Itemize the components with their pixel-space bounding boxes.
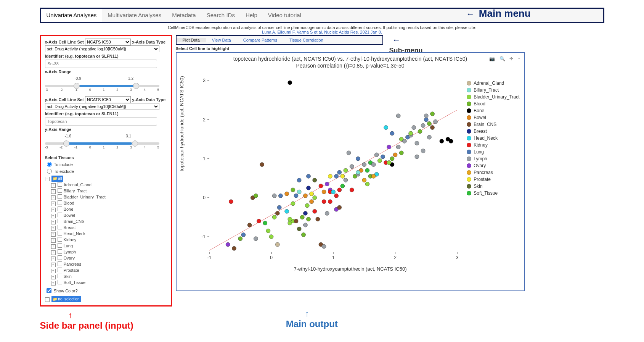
- tissue-tree-item[interactable]: + Kidney: [51, 237, 167, 243]
- sub-menu-tab[interactable]: View Data: [206, 38, 237, 42]
- scatter-plot[interactable]: -10123-10123: [194, 69, 461, 268]
- expand-icon[interactable]: +: [51, 220, 56, 224]
- expand-icon[interactable]: +: [51, 238, 56, 243]
- tissue-tree-item[interactable]: + Head_Neck: [51, 231, 167, 237]
- x-identifier-input[interactable]: [45, 60, 157, 68]
- tissue-tree-item[interactable]: + Adrenal_Gland: [51, 182, 167, 188]
- camera-icon[interactable]: 📷: [489, 56, 495, 61]
- main-menu-tab[interactable]: Search IDs: [201, 9, 240, 22]
- tree-root-all[interactable]: 📁 all: [51, 176, 63, 182]
- main-menu-tab[interactable]: Video tutorial: [263, 9, 307, 22]
- legend-item[interactable]: Blood: [467, 100, 519, 107]
- tissue-tree-item[interactable]: + Prostate: [51, 267, 167, 273]
- expand-icon[interactable]: +: [45, 297, 50, 302]
- legend-item[interactable]: Soft_Tissue: [467, 190, 519, 197]
- svg-point-75: [337, 205, 341, 210]
- expand-icon[interactable]: +: [51, 189, 56, 194]
- tissue-tree-item[interactable]: + Bone: [51, 206, 167, 212]
- x-range-slider[interactable]: -0.9 3.2 -3-2-1012345: [45, 76, 159, 92]
- tissue-tree-item[interactable]: + Ovary: [51, 255, 167, 261]
- svg-point-90: [350, 165, 354, 169]
- legend: Adrenal_GlandBiliary_TractBladder_Urinar…: [467, 80, 519, 197]
- arrow-left-icon: ←: [463, 9, 478, 19]
- main-menu-tab[interactable]: Metadata: [167, 9, 201, 22]
- main-menu-tab[interactable]: Univariate Analyses: [41, 9, 103, 22]
- expand-icon[interactable]: +: [51, 214, 56, 218]
- expand-icon[interactable]: +: [51, 275, 56, 279]
- expand-icon[interactable]: +: [51, 263, 56, 267]
- legend-item[interactable]: Biliary_Tract: [467, 87, 519, 94]
- expand-icon[interactable]: +: [51, 256, 56, 261]
- x-datatype-select[interactable]: act: Drug Activity (negative log10[IC50u…: [45, 45, 159, 52]
- tissue-tree-item[interactable]: + Skin: [51, 273, 167, 279]
- tissue-tree-item[interactable]: + Bladder_Urinary_Tract: [51, 194, 167, 200]
- x-cellline-select[interactable]: NCATS IC50: [85, 39, 131, 45]
- expand-icon[interactable]: +: [51, 208, 56, 212]
- tissue-tree-item[interactable]: + Blood: [51, 200, 167, 206]
- tissue-tree-item[interactable]: + Pancreas: [51, 261, 167, 267]
- zoom-icon[interactable]: 🔍: [499, 56, 505, 61]
- home-icon[interactable]: ⌂: [517, 56, 520, 61]
- legend-item[interactable]: Head_Neck: [467, 135, 519, 142]
- expand-icon[interactable]: +: [51, 226, 56, 231]
- tissue-include-radio[interactable]: [47, 162, 52, 167]
- expand-icon[interactable]: +: [51, 281, 56, 286]
- svg-point-118: [418, 129, 422, 134]
- legend-item[interactable]: Adrenal_Gland: [467, 80, 519, 87]
- sub-menu-tab[interactable]: Tissue Correlation: [283, 38, 329, 42]
- annotation-main-menu: ← Main menu: [463, 8, 531, 19]
- tissue-tree-item[interactable]: + Soft_Tissue: [51, 279, 167, 286]
- legend-item[interactable]: Prostate: [467, 176, 519, 183]
- expand-icon[interactable]: +: [51, 232, 56, 237]
- svg-point-66: [303, 194, 307, 198]
- svg-text:0: 0: [270, 255, 273, 260]
- tree-root-noselection[interactable]: 📁 no_selection: [51, 296, 81, 302]
- legend-item[interactable]: Ovary: [467, 162, 519, 169]
- legend-item[interactable]: Skin: [467, 183, 519, 190]
- legend-item[interactable]: Bladder_Urinary_Tract: [467, 94, 519, 100]
- svg-point-29: [241, 233, 245, 237]
- legend-item[interactable]: Breast: [467, 128, 519, 135]
- show-color-checkbox[interactable]: [47, 288, 51, 293]
- svg-point-62: [284, 192, 289, 196]
- tissue-tree-item[interactable]: + Biliary_Tract: [51, 188, 167, 194]
- legend-item[interactable]: Lung: [467, 148, 519, 155]
- tissue-tree-item[interactable]: + Bowel: [51, 212, 167, 218]
- svg-point-58: [272, 194, 276, 198]
- expand-icon[interactable]: +: [51, 183, 56, 188]
- collapse-icon[interactable]: -: [45, 177, 50, 181]
- folder-icon: 📁: [53, 296, 57, 302]
- legend-item[interactable]: Lymph: [467, 155, 519, 162]
- main-menu-tab[interactable]: Help: [240, 9, 263, 22]
- sub-menu-tab[interactable]: Compare Patterns: [237, 38, 283, 42]
- expand-icon[interactable]: +: [51, 269, 56, 273]
- legend-item[interactable]: Kidney: [467, 142, 519, 148]
- pan-icon[interactable]: ✣: [509, 56, 513, 61]
- y-cellline-select[interactable]: NCATS IC50: [85, 96, 131, 103]
- y-identifier-input[interactable]: [45, 117, 157, 126]
- expand-icon[interactable]: +: [51, 202, 56, 206]
- legend-item[interactable]: Bowel: [467, 114, 519, 121]
- tissue-tree-item[interactable]: + Lymph: [51, 249, 167, 255]
- citation-link[interactable]: Luna A, Elloumi F, Varma S et al. Nuclei…: [262, 30, 382, 34]
- svg-point-83: [344, 178, 348, 182]
- y-datatype-select[interactable]: act: Drug Activity (negative log10[IC50u…: [45, 103, 159, 110]
- main-menu-tab[interactable]: Multivariate Analyses: [102, 9, 167, 22]
- svg-point-71: [322, 190, 326, 194]
- svg-point-97: [371, 163, 376, 167]
- tissue-tree-item[interactable]: + Breast: [51, 224, 167, 231]
- y-range-slider[interactable]: -1.6 3.1 -3-2-1012345: [45, 133, 159, 149]
- tissue-exclude-radio[interactable]: [47, 169, 52, 174]
- svg-point-43: [291, 202, 295, 206]
- expand-icon[interactable]: +: [51, 195, 56, 200]
- legend-item[interactable]: Bone: [467, 107, 519, 114]
- svg-point-91: [356, 170, 360, 174]
- sub-menu-tab[interactable]: Plot Data: [177, 38, 206, 42]
- legend-item[interactable]: Brain_CNS: [467, 121, 519, 128]
- legend-item[interactable]: Pancreas: [467, 169, 519, 176]
- expand-icon[interactable]: +: [51, 244, 56, 249]
- tissue-tree-item[interactable]: + Brain_CNS: [51, 218, 167, 224]
- tissue-tree-item[interactable]: + Lung: [51, 243, 167, 249]
- svg-point-89: [344, 168, 348, 173]
- expand-icon[interactable]: +: [51, 250, 56, 255]
